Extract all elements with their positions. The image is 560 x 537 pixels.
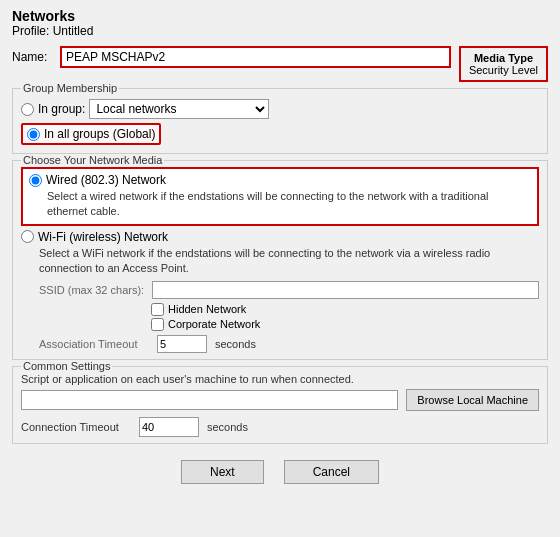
script-row: Browse Local Machine <box>21 389 539 411</box>
in-all-groups-row: In all groups (Global) <box>21 123 539 145</box>
in-all-groups-radio[interactable] <box>27 128 40 141</box>
media-type-button[interactable]: Media Type Security Level <box>459 46 548 82</box>
content-area: Name: Media Type Security Level Group Me… <box>0 42 560 537</box>
window-header: Networks Profile: Untitled <box>0 0 560 42</box>
corporate-network-row: Corporate Network <box>151 318 539 331</box>
cancel-button[interactable]: Cancel <box>284 460 379 484</box>
in-all-groups-highlight: In all groups (Global) <box>21 123 161 145</box>
script-label: Script or application on each user's mac… <box>21 373 539 385</box>
choose-media-section: Choose Your Network Media Wired (802.3) … <box>12 160 548 360</box>
media-type-line1: Media Type <box>469 52 538 64</box>
wifi-radio-row: Wi-Fi (wireless) Network <box>21 230 539 244</box>
assoc-timeout-input[interactable] <box>157 335 207 353</box>
connection-timeout-row: Connection Timeout seconds <box>21 417 539 437</box>
connection-timeout-label: Connection Timeout <box>21 421 131 433</box>
wired-radio[interactable] <box>29 174 42 187</box>
script-input[interactable] <box>21 390 398 410</box>
assoc-timeout-label: Association Timeout <box>39 338 149 350</box>
group-membership-legend: Group Membership <box>21 82 119 94</box>
wifi-section: Wi-Fi (wireless) Network Select a WiFi n… <box>21 230 539 353</box>
hidden-network-checkbox[interactable] <box>151 303 164 316</box>
ssid-row: SSID (max 32 chars): <box>39 281 539 299</box>
local-networks-select[interactable]: Local networks <box>89 99 269 119</box>
ssid-input[interactable] <box>152 281 539 299</box>
hidden-network-label: Hidden Network <box>168 303 246 315</box>
wifi-label: Wi-Fi (wireless) Network <box>38 230 168 244</box>
top-row: Name: Media Type Security Level <box>12 46 548 82</box>
corporate-network-label: Corporate Network <box>168 318 260 330</box>
name-input[interactable] <box>60 46 451 68</box>
window-title: Networks <box>12 8 548 24</box>
in-all-groups-label: In all groups (Global) <box>44 127 155 141</box>
in-group-label: In group: <box>38 102 85 116</box>
choose-media-legend: Choose Your Network Media <box>21 154 164 166</box>
name-label: Name: <box>12 50 52 64</box>
wired-highlight: Wired (802.3) Network Select a wired net… <box>21 167 539 226</box>
assoc-timeout-row: Association Timeout seconds <box>39 335 539 353</box>
in-group-radio[interactable] <box>21 103 34 116</box>
group-membership-section: Group Membership In group: Local network… <box>12 88 548 154</box>
wifi-radio[interactable] <box>21 230 34 243</box>
browse-button[interactable]: Browse Local Machine <box>406 389 539 411</box>
connection-timeout-input[interactable] <box>139 417 199 437</box>
wifi-description: Select a WiFi network if the endstations… <box>39 246 539 277</box>
common-settings-section: Common Settings Script or application on… <box>12 366 548 444</box>
corporate-network-checkbox[interactable] <box>151 318 164 331</box>
name-section: Name: <box>12 46 451 68</box>
connection-timeout-unit: seconds <box>207 421 248 433</box>
media-type-line2: Security Level <box>469 64 538 76</box>
footer-buttons: Next Cancel <box>12 452 548 496</box>
ssid-label: SSID (max 32 chars): <box>39 284 144 296</box>
wired-description: Select a wired network if the endstation… <box>47 189 531 220</box>
main-window: Networks Profile: Untitled Name: Media T… <box>0 0 560 537</box>
wired-label: Wired (802.3) Network <box>46 173 166 187</box>
common-settings-legend: Common Settings <box>21 360 112 372</box>
in-group-row: In group: Local networks <box>21 99 539 119</box>
assoc-timeout-unit: seconds <box>215 338 256 350</box>
next-button[interactable]: Next <box>181 460 264 484</box>
hidden-network-row: Hidden Network <box>151 303 539 316</box>
wired-radio-row: Wired (802.3) Network <box>29 173 531 187</box>
window-subtitle: Profile: Untitled <box>12 24 548 38</box>
